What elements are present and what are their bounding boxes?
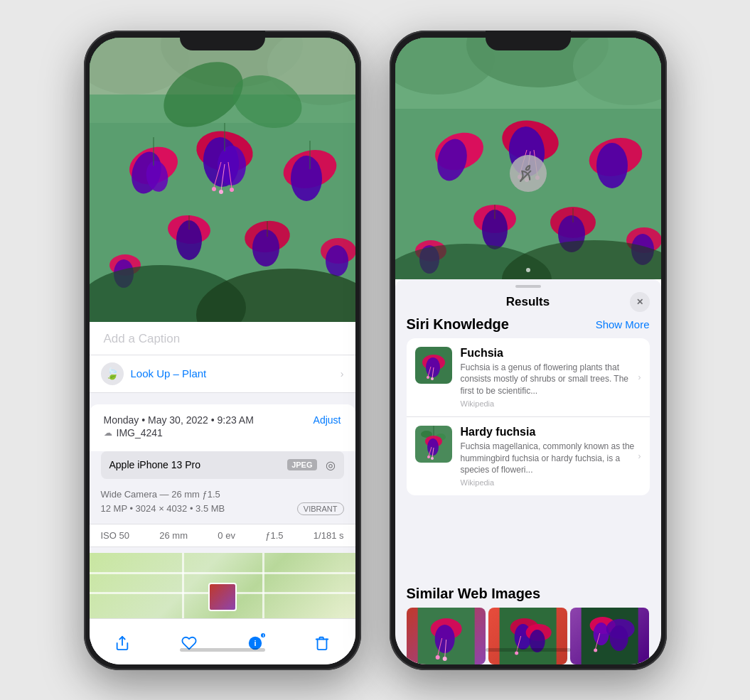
map-road-v1 (182, 553, 184, 618)
map-road-h1 (90, 572, 355, 574)
hardy-source: Wikipedia (461, 478, 641, 487)
device-icons: JPEG ◎ (287, 458, 335, 472)
lookup-row[interactable]: 🍃 Look Up – Plant › (90, 355, 355, 393)
siri-knowledge-title: Siri Knowledge (407, 316, 509, 333)
show-more-button[interactable]: Show More (596, 318, 650, 330)
svg-point-10 (218, 146, 246, 185)
favorite-button[interactable] (173, 628, 205, 659)
sheet-title: Results (506, 295, 550, 309)
svg-point-102 (594, 623, 609, 645)
toolbar: i i (90, 618, 355, 664)
similar-image-3[interactable] (570, 608, 649, 664)
exif-aperture: ƒ1.5 (265, 530, 283, 541)
hardy-desc: Fuchsia magellanica, commonly known as t… (461, 441, 641, 476)
cloud-icon: ☁ (104, 428, 112, 438)
svg-text:i: i (255, 638, 257, 647)
exif-focal: 26 mm (159, 530, 188, 541)
flower-image-1 (90, 38, 355, 322)
date-row: Monday • May 30, 2022 • 9:23 AM Adjust ☁… (90, 404, 355, 451)
knowledge-card: Fuchsia Fuchsia is a genus of flowering … (407, 338, 650, 496)
sim-img-2-svg (488, 608, 567, 664)
delete-button[interactable] (306, 628, 338, 659)
svg-point-12 (291, 156, 322, 201)
fuchsia-item[interactable]: Fuchsia Fuchsia is a genus of flowering … (407, 338, 650, 417)
mini-photo-thumbnail (208, 583, 237, 611)
svg-point-99 (515, 651, 518, 655)
camera-specs: Wide Camera — 26 mm ƒ1.5 12 MP • 3024 × … (90, 485, 355, 524)
svg-point-88 (434, 625, 454, 653)
hardy-text: Hardy fuchsia Fuchsia magellanica, commo… (461, 426, 641, 487)
fuchsia-chevron: › (638, 372, 641, 382)
hardy-chevron: › (638, 451, 641, 461)
info-panel: Add a Caption 🍃 Look Up – Plant › Monday… (90, 322, 355, 664)
svg-point-32 (219, 190, 223, 194)
svg-point-50 (596, 143, 628, 188)
info-badge: i (259, 632, 267, 639)
share-button[interactable] (107, 628, 138, 659)
fuchsia-thumb-image (415, 347, 452, 384)
filename-text: IMG_4241 (117, 427, 163, 438)
similar-images-row (395, 608, 661, 664)
svg-point-104 (610, 625, 628, 651)
svg-point-84 (427, 456, 430, 458)
notch-2 (486, 31, 571, 50)
exif-iso: ISO 50 (101, 530, 129, 541)
phone-2-screen: Results ✕ Siri Knowledge Show More (395, 38, 661, 664)
spec-line-1: Wide Camera — 26 mm ƒ1.5 (101, 489, 344, 500)
svg-point-92 (442, 657, 446, 661)
adjust-button[interactable]: Adjust (314, 414, 341, 426)
format-badge: JPEG (287, 459, 316, 470)
page-dot (526, 268, 530, 272)
svg-point-33 (230, 188, 234, 192)
map-area (90, 553, 355, 618)
svg-point-75 (431, 377, 434, 380)
lookup-text: Look Up – Plant (131, 367, 207, 379)
photo-display-2 (395, 38, 661, 279)
siri-knowledge-header: Siri Knowledge Show More (407, 316, 650, 333)
home-indicator-1 (180, 648, 265, 652)
fuchsia-source: Wikipedia (461, 399, 641, 408)
svg-point-31 (212, 187, 216, 191)
fuchsia-name: Fuchsia (461, 347, 641, 360)
caption-placeholder[interactable]: Add a Caption (104, 332, 181, 345)
home-indicator-2 (486, 648, 571, 652)
similar-image-1[interactable] (407, 608, 486, 664)
sim-img-3-svg (570, 608, 649, 664)
siri-lookup-button[interactable] (510, 155, 547, 192)
device-name: Apple iPhone 13 Pro (109, 459, 200, 470)
exif-shutter: 1/181 s (314, 530, 344, 541)
device-row: Apple iPhone 13 Pro JPEG ◎ (101, 451, 344, 479)
svg-point-74 (427, 376, 429, 379)
fuchsia-text: Fuchsia Fuchsia is a genus of flowering … (461, 347, 641, 408)
location-icon: ◎ (326, 458, 336, 472)
exif-ev: 0 ev (218, 530, 235, 541)
svg-point-22 (326, 245, 348, 276)
svg-point-106 (594, 648, 597, 652)
results-sheet: Results ✕ Siri Knowledge Show More (395, 279, 661, 664)
vibrant-badge: VIBRANT (297, 502, 344, 515)
phone-1-screen: Add a Caption 🍃 Look Up – Plant › Monday… (90, 38, 355, 664)
results-content: Siri Knowledge Show More (395, 316, 661, 576)
fuchsia-thumbnail (415, 347, 452, 384)
similar-image-2[interactable] (488, 608, 567, 664)
hardy-fuchsia-item[interactable]: Hardy fuchsia Fuchsia magellanica, commo… (407, 417, 650, 495)
lookup-icon: 🍃 (101, 362, 124, 385)
caption-area[interactable]: Add a Caption (90, 322, 355, 355)
spec-line-2: 12 MP • 3024 × 4032 • 3.5 MB (101, 503, 225, 514)
sheet-header: Results ✕ (395, 291, 661, 316)
map-road-v2 (262, 553, 264, 618)
phone-1: Add a Caption 🍃 Look Up – Plant › Monday… (84, 31, 361, 670)
phone-2: Results ✕ Siri Knowledge Show More (390, 31, 667, 670)
svg-point-91 (435, 655, 439, 659)
similar-images-header: Similar Web Images (395, 586, 661, 602)
photo-display-1 (90, 38, 355, 322)
lookup-chevron: › (341, 368, 344, 379)
leaf-icon (519, 164, 537, 183)
separator-1 (90, 393, 355, 399)
info-button[interactable]: i i (240, 628, 271, 659)
notch-1 (180, 31, 265, 50)
fuchsia-desc: Fuchsia is a genus of flowering plants t… (461, 362, 641, 397)
hardy-thumbnail (415, 426, 452, 463)
svg-point-85 (431, 457, 434, 460)
close-button[interactable]: ✕ (630, 292, 650, 312)
